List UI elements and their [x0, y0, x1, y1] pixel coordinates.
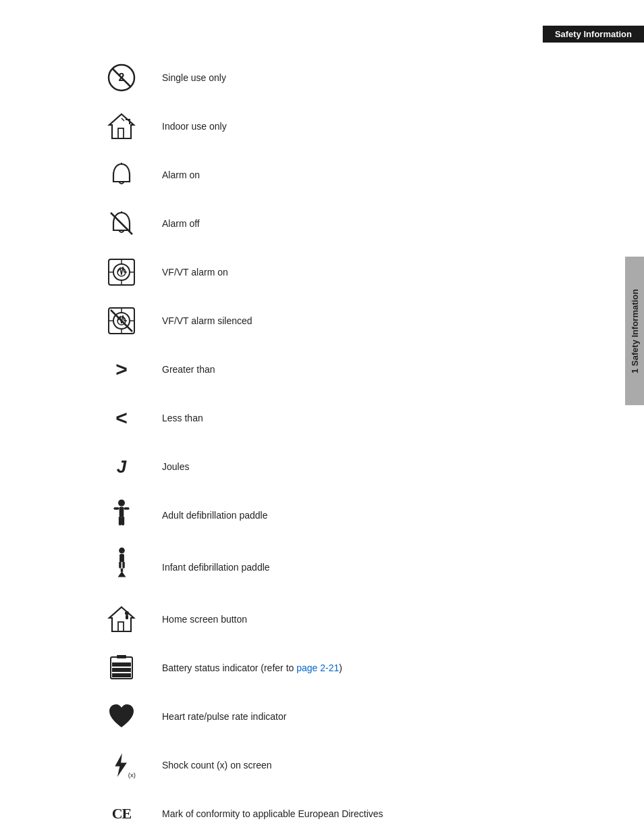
list-item: Indoor use only	[95, 109, 567, 143]
vfvt-on-label: VF/VT alarm on	[149, 267, 567, 278]
list-item: Alarm off	[95, 207, 567, 240]
svg-rect-44	[117, 655, 126, 658]
svg-rect-29	[124, 507, 129, 509]
list-item: 2 Single use only	[95, 61, 567, 95]
list-item: Heart rate/pulse rate indicator	[95, 700, 567, 733]
battery-label: Battery status indicator (refer to page …	[149, 662, 567, 673]
shock-count-icon: (x)	[95, 750, 149, 780]
list-item: CE Mark of conformity to applicable Euro…	[95, 797, 567, 831]
vfvt-silenced-icon	[95, 306, 149, 336]
home-screen-icon	[95, 604, 149, 634]
list-item: < Less than	[95, 401, 567, 435]
alarm-off-icon	[95, 209, 149, 238]
vfvt-on-icon	[95, 257, 149, 287]
list-item: Alarm on	[95, 158, 567, 192]
adult-paddle-icon	[95, 498, 149, 532]
list-item: VF/VT alarm silenced	[95, 304, 567, 338]
greater-than-icon: >	[95, 358, 149, 381]
svg-point-38	[125, 611, 129, 615]
alarm-on-label: Alarm on	[149, 170, 567, 180]
side-tab-label: 1 Safety Information	[630, 289, 640, 373]
svg-rect-4	[118, 128, 124, 138]
heart-icon	[95, 702, 149, 731]
svg-rect-37	[118, 622, 124, 631]
svg-rect-31	[119, 554, 124, 562]
svg-marker-45	[115, 753, 127, 777]
svg-rect-35	[120, 569, 122, 572]
infant-paddle-label: Infant defibrillation paddle	[149, 562, 567, 573]
list-item: Infant defibrillation paddle	[95, 547, 567, 588]
indoor-use-icon	[95, 111, 149, 141]
less-than-icon: <	[95, 407, 149, 429]
svg-point-30	[119, 548, 125, 554]
list-item: > Greater than	[95, 353, 567, 386]
svg-marker-3	[109, 114, 134, 138]
list-item: Battery status indicator (refer to page …	[95, 651, 567, 685]
ce-mark-label: Mark of conformity to applicable Europea…	[149, 808, 567, 819]
svg-rect-39	[126, 615, 128, 619]
list-item: VF/VT alarm on	[95, 255, 567, 289]
vfvt-silenced-label: VF/VT alarm silenced	[149, 315, 567, 326]
svg-rect-41	[112, 673, 131, 677]
alarm-on-icon	[95, 160, 149, 190]
svg-rect-25	[119, 507, 124, 517]
svg-rect-27	[122, 517, 124, 525]
svg-point-24	[118, 500, 125, 506]
home-screen-label: Home screen button	[149, 614, 567, 625]
less-than-label: Less than	[149, 413, 567, 423]
infant-paddle-icon	[95, 547, 149, 588]
single-use-icon: 2	[95, 63, 149, 93]
heart-rate-label: Heart rate/pulse rate indicator	[149, 711, 567, 722]
adult-paddle-label: Adult defibrillation paddle	[149, 510, 567, 521]
svg-rect-42	[112, 668, 131, 672]
main-content: 2 Single use only Indoor use only	[0, 0, 608, 834]
battery-icon	[95, 653, 149, 683]
svg-marker-36	[109, 607, 134, 631]
header-title: Safety Information	[555, 29, 632, 39]
greater-than-label: Greater than	[149, 364, 567, 375]
joules-label: Joules	[149, 461, 567, 472]
list-item: (x) Shock count (x) on screen	[95, 748, 567, 782]
header-bar: Safety Information	[543, 26, 644, 43]
svg-rect-28	[113, 507, 119, 509]
svg-rect-32	[119, 561, 121, 568]
ce-mark-icon: CE	[95, 805, 149, 823]
list-item: Adult defibrillation paddle	[95, 498, 567, 532]
battery-link[interactable]: page 2-21	[296, 662, 339, 673]
svg-rect-33	[122, 561, 124, 568]
single-use-label: Single use only	[149, 72, 567, 83]
alarm-off-label: Alarm off	[149, 218, 567, 229]
indoor-use-label: Indoor use only	[149, 121, 567, 132]
joules-icon: J	[95, 457, 149, 477]
svg-text:(x): (x)	[128, 771, 136, 779]
svg-marker-34	[117, 571, 126, 577]
list-item: J Joules	[95, 450, 567, 484]
svg-rect-26	[119, 517, 122, 525]
shock-count-label: Shock count (x) on screen	[149, 760, 567, 771]
list-item: Home screen button	[95, 602, 567, 636]
svg-rect-43	[112, 662, 131, 667]
svg-line-5	[122, 118, 124, 121]
side-tab: 1 Safety Information	[625, 257, 644, 405]
svg-text:2: 2	[119, 72, 125, 83]
